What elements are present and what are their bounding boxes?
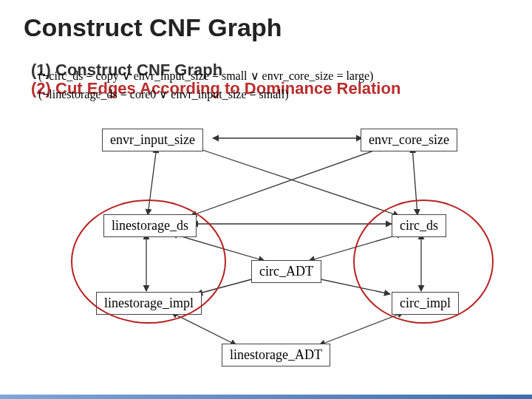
page-title: Construct CNF Graph (24, 13, 282, 42)
graph-edges (0, 0, 532, 399)
node-linestorage-adt: linestorage_ADT (222, 344, 330, 366)
node-linestorage-impl: linestorage_impl (96, 292, 202, 315)
node-linestorage-ds: linestorage_ds (103, 214, 197, 237)
node-circ-adt: circ_ADT (251, 260, 321, 283)
node-circ-ds: circ_ds (392, 214, 446, 237)
footer-accent (0, 395, 532, 399)
node-envr-input-size: envr_input_size (102, 129, 203, 151)
svg-line-7 (309, 233, 403, 261)
svg-line-2 (148, 147, 157, 215)
clause-2: (¬linestorage_ds = core0 ∨ envr_input_si… (38, 87, 289, 101)
svg-line-4 (412, 147, 417, 215)
node-envr-core-size: envr_core_size (361, 129, 457, 151)
node-circ-impl: circ_impl (392, 292, 459, 315)
svg-line-3 (191, 147, 384, 216)
svg-line-1 (194, 147, 399, 216)
svg-line-6 (171, 233, 265, 261)
svg-line-12 (171, 313, 236, 345)
svg-line-11 (310, 277, 390, 294)
clause-1: (¬circ_ds = copy ∨ envr_input_size = sma… (38, 69, 373, 83)
svg-line-13 (319, 313, 403, 345)
